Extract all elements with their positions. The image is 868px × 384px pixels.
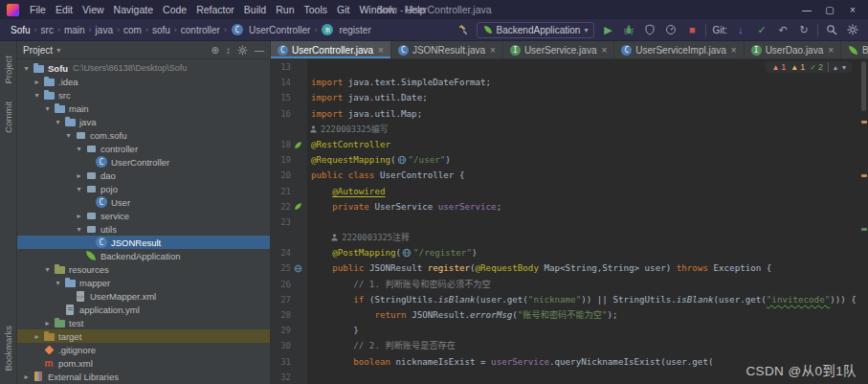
gutter[interactable]: 29 xyxy=(271,323,307,338)
tree-item-target[interactable]: ▸target xyxy=(17,329,270,343)
project-view-selector[interactable]: Project ▾ xyxy=(23,45,60,56)
git-commit-button[interactable]: ✓ xyxy=(754,22,769,37)
gutter[interactable]: 14 xyxy=(271,75,307,90)
tree-item-src[interactable]: ▾src xyxy=(17,88,270,102)
minimize-button[interactable]: — xyxy=(795,5,818,15)
close-icon[interactable]: × xyxy=(731,45,737,56)
menu-navigate[interactable]: Navigate xyxy=(109,4,158,15)
chevron-right-icon[interactable]: ▸ xyxy=(21,373,32,381)
chevron-down-icon[interactable]: ▾ xyxy=(53,118,63,126)
chevron-down-icon[interactable]: ▾ xyxy=(21,64,32,73)
tree-item-jsonresult[interactable]: JSONResult xyxy=(17,236,270,249)
tab-userserviceimpl-java[interactable]: UserServiceImpl.java× xyxy=(614,41,744,58)
gutter[interactable]: 22 xyxy=(271,199,307,215)
code-editor[interactable]: 1314import java.text.SimpleDateFormat;15… xyxy=(271,59,868,384)
hide-panel-button[interactable]: — xyxy=(255,45,264,56)
settings-button[interactable] xyxy=(845,22,860,37)
chevron-down-icon[interactable]: ▾ xyxy=(74,145,84,153)
tab-usercontroller-java[interactable]: UserController.java× xyxy=(271,41,391,58)
warning-stripe-mark[interactable] xyxy=(861,121,867,124)
chevron-down-icon[interactable]: ▾ xyxy=(74,185,84,193)
breadcrumb-item-main[interactable]: main xyxy=(61,25,88,35)
tree-item-backendapplication[interactable]: BackendApplication xyxy=(17,249,270,262)
gutter[interactable]: 28 xyxy=(271,307,307,323)
git-rollback-button[interactable]: ↶ xyxy=(775,22,790,37)
tree-item-idea[interactable]: ▸.idea xyxy=(17,75,270,88)
gutter[interactable]: 19 xyxy=(271,152,307,168)
spring-gutter-icon[interactable] xyxy=(291,202,304,211)
gutter[interactable] xyxy=(271,122,307,137)
gutter[interactable]: 31 xyxy=(271,354,307,370)
scrollbar[interactable] xyxy=(859,59,868,384)
chevron-down-icon[interactable]: ▾ xyxy=(53,279,63,287)
maximize-button[interactable]: ▢ xyxy=(818,5,841,15)
debug-button[interactable] xyxy=(621,22,636,37)
tree-item-pojo[interactable]: ▾pojo xyxy=(17,182,270,195)
breadcrumb-item-controller[interactable]: controller xyxy=(178,25,223,35)
gutter[interactable]: 32 xyxy=(271,370,307,384)
chevron-down-icon[interactable]: ▾ xyxy=(42,104,53,113)
tree-item-resources[interactable]: ▾resources xyxy=(17,262,270,276)
menu-git[interactable]: Git xyxy=(332,4,354,15)
tree-item-usermapper-xml[interactable]: UserMapper.xml xyxy=(17,289,270,303)
gutter[interactable]: 27 xyxy=(271,292,307,307)
tab-backendappl[interactable]: BackendAppl× xyxy=(841,41,868,58)
gutter[interactable]: 18 xyxy=(271,137,307,152)
inspections-widget[interactable]: ▲1▲1✓2▴▾ xyxy=(765,61,853,73)
tab-userservice-java[interactable]: UserService.java× xyxy=(503,41,614,58)
tool-window-button-commit[interactable]: Commit xyxy=(3,102,13,133)
breadcrumb-item-com[interactable]: com xyxy=(121,25,145,35)
menu-tools[interactable]: Tools xyxy=(299,4,332,15)
menu-refactor[interactable]: Refactor xyxy=(191,4,239,15)
menu-build[interactable]: Build xyxy=(239,4,271,15)
gutter[interactable]: 20 xyxy=(271,168,307,183)
warning-badge[interactable]: ▲1 xyxy=(790,62,805,72)
coverage-button[interactable] xyxy=(642,22,657,37)
tab-jsonresult-java[interactable]: JSONResult.java× xyxy=(391,41,503,58)
tree-item-usercontroller[interactable]: UserController xyxy=(17,155,270,169)
prev-problem-button[interactable]: ▴ xyxy=(834,63,837,72)
breadcrumb-item-sofu[interactable]: sofu xyxy=(149,25,173,35)
tool-window-button-project[interactable]: Project xyxy=(3,56,13,84)
run-configuration-selector[interactable]: BackendApplication ▾ xyxy=(477,22,595,38)
tree-item-main[interactable]: ▾main xyxy=(17,102,270,115)
panel-settings-button[interactable] xyxy=(237,45,248,56)
stop-button[interactable]: ■ xyxy=(684,22,700,37)
git-history-button[interactable]: ↻ xyxy=(796,22,812,37)
breadcrumb-item-src[interactable]: src xyxy=(38,25,56,35)
search-button[interactable] xyxy=(824,22,839,37)
ok-badge[interactable]: ✓2 xyxy=(810,62,823,72)
menu-edit[interactable]: Edit xyxy=(51,4,78,15)
tree-item-test[interactable]: ▸test xyxy=(17,316,270,329)
tree-item-pom-xml[interactable]: pom.xml xyxy=(17,356,270,370)
close-icon[interactable]: × xyxy=(378,45,384,56)
tree-item-user[interactable]: User xyxy=(17,195,270,209)
gutter[interactable]: 23 xyxy=(271,215,307,230)
menu-view[interactable]: View xyxy=(78,4,109,15)
chevron-down-icon[interactable]: ▾ xyxy=(32,91,42,100)
gutter[interactable]: 16 xyxy=(271,106,307,122)
gutter[interactable]: 13 xyxy=(271,59,307,75)
tree-item-external-libraries[interactable]: ▸External Libraries xyxy=(17,370,270,383)
gutter[interactable] xyxy=(271,230,307,245)
profiler-button[interactable] xyxy=(663,22,679,37)
tree-item-service[interactable]: ▸service xyxy=(17,209,270,222)
gutter[interactable]: 25 xyxy=(271,260,307,276)
spring-gutter-icon[interactable] xyxy=(291,141,304,149)
tree-item-utils[interactable]: ▾utils xyxy=(17,222,270,236)
menu-run[interactable]: Run xyxy=(271,4,299,15)
tab-userdao-java[interactable]: UserDao.java× xyxy=(745,41,841,58)
tree-item-java[interactable]: ▾java xyxy=(17,115,270,128)
tree-item-dao[interactable]: ▸dao xyxy=(17,169,270,182)
breadcrumb-item-java[interactable]: java xyxy=(93,25,116,35)
next-problem-button[interactable]: ▾ xyxy=(842,63,846,72)
tree-item-controller[interactable]: ▾controller xyxy=(17,142,270,155)
tool-window-button-bookmarks[interactable]: Bookmarks xyxy=(3,326,13,372)
build-hammer-icon[interactable] xyxy=(456,22,471,37)
chevron-down-icon[interactable]: ▾ xyxy=(74,225,84,234)
chevron-right-icon[interactable]: ▸ xyxy=(74,212,84,220)
close-icon[interactable]: × xyxy=(601,45,607,56)
breadcrumb-item-usercontroller[interactable]: UserController xyxy=(228,24,313,35)
chevron-right-icon[interactable]: ▸ xyxy=(32,332,42,341)
error-badge[interactable]: ▲1 xyxy=(771,62,786,72)
